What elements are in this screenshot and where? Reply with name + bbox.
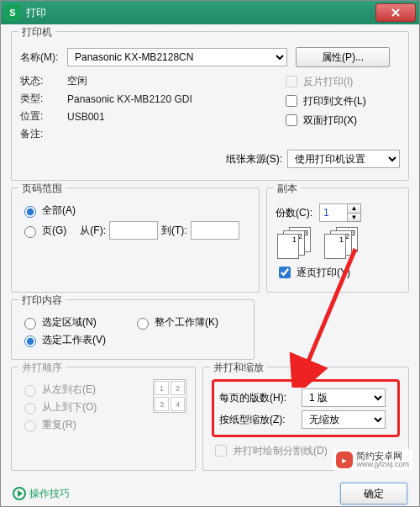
content-sheets-label: 选定工作表(V)	[42, 333, 106, 347]
scale-legend: 并打和缩放	[210, 361, 267, 375]
watermark-line2: www.jylzwj.com	[356, 461, 409, 469]
copies-legend: 副本	[274, 182, 301, 196]
order-rep-label: 重复(R)	[42, 418, 76, 432]
duplex-checkbox[interactable]	[286, 114, 297, 126]
paper-source-select[interactable]: 使用打印机设置	[287, 150, 400, 168]
zoom-select[interactable]: 无缩放	[302, 410, 386, 429]
order-rep-radio	[24, 420, 36, 432]
reverse-label: 反片打印(I)	[303, 75, 353, 89]
print-order-legend: 并打顺序	[18, 361, 66, 375]
order-lr-label: 从左到右(E)	[42, 383, 96, 397]
titlebar: S 打印	[1, 1, 419, 24]
order-preview-icon: 1234	[153, 379, 186, 413]
ok-button[interactable]: 确定	[340, 483, 407, 504]
printer-name-select[interactable]: Panasonic KX-MB2128CN	[67, 48, 287, 66]
properties-button[interactable]: 属性(P)...	[296, 47, 390, 67]
order-td-radio	[24, 403, 36, 415]
print-content-legend: 打印内容	[18, 293, 66, 308]
tips-play-icon	[13, 487, 26, 500]
where-label: 位置:	[20, 109, 67, 124]
window-title: 打印	[26, 6, 375, 20]
reverse-checkbox	[286, 76, 297, 87]
app-icon: S	[4, 4, 21, 21]
to-label: 到(T):	[161, 224, 187, 238]
content-selection-label: 选定区域(N)	[42, 315, 97, 330]
copies-group: 副本 份数(C): ▲▼ 321 321 逐页打印(Y)	[266, 187, 409, 293]
print-order-group: 并打顺序 从左到右(E) 从上到下(O) 重复(R) 1234	[11, 367, 196, 471]
watermark-icon: ▸	[336, 452, 353, 468]
order-lr-radio	[24, 385, 36, 397]
to-file-checkbox[interactable]	[286, 95, 297, 107]
order-td-label: 从上到下(O)	[42, 400, 97, 415]
close-button[interactable]	[375, 3, 416, 22]
draw-lines-checkbox	[215, 445, 227, 457]
to-input[interactable]	[191, 221, 239, 240]
per-page-label: 每页的版数(H):	[219, 391, 302, 405]
close-icon	[391, 8, 401, 18]
status-label: 状态:	[20, 74, 67, 88]
duplex-label: 双面打印(X)	[303, 114, 357, 128]
type-value: Panasonic KX-MB2120 GDI	[67, 93, 192, 105]
content-workbook-radio[interactable]	[137, 318, 149, 330]
draw-lines-label: 并打时绘制分割线(D)	[233, 444, 328, 458]
from-label: 从(F):	[80, 224, 106, 238]
range-pages-radio[interactable]	[24, 226, 36, 238]
to-file-label: 打印到文件(L)	[303, 94, 366, 108]
source-label: 纸张来源(S):	[226, 152, 282, 166]
from-input[interactable]	[109, 221, 158, 240]
collate-checkbox[interactable]	[279, 267, 291, 278]
where-value: USB001	[67, 111, 105, 123]
print-content-group: 打印内容 选定区域(N) 选定工作表(V) 整个工作簿(K)	[11, 299, 255, 360]
printer-group: 打印机 名称(M): Panasonic KX-MB2128CN 属性(P)..…	[11, 31, 409, 181]
tips-link[interactable]: 操作技巧	[29, 487, 70, 501]
watermark: ▸ 简约安卓网 www.jylzwj.com	[333, 449, 412, 471]
copies-spinner[interactable]: ▲▼	[348, 203, 361, 222]
range-pages-label: 页(G)	[42, 224, 66, 238]
content-sheets-radio[interactable]	[24, 335, 36, 347]
comment-label: 备注:	[20, 127, 67, 141]
content-workbook-label: 整个工作簿(K)	[155, 315, 218, 330]
collate-label: 逐页打印(Y)	[297, 266, 350, 280]
zoom-label: 按纸型缩放(Z):	[219, 413, 302, 427]
type-label: 类型:	[20, 92, 67, 106]
page-range-group: 页码范围 全部(A) 页(G) 从(F): 到(T):	[11, 187, 260, 293]
copies-num-label: 份数(C):	[276, 206, 312, 220]
range-all-label: 全部(A)	[42, 203, 76, 218]
copies-input[interactable]	[319, 203, 348, 222]
per-page-select[interactable]: 1 版	[302, 388, 386, 407]
status-value: 空闲	[67, 74, 87, 88]
printer-legend: 打印机	[18, 25, 55, 40]
collate-illustration: 321 321	[277, 227, 400, 257]
highlight-annotation: 每页的版数(H): 1 版 按纸型缩放(Z): 无缩放	[212, 379, 400, 437]
content-selection-radio[interactable]	[24, 318, 36, 330]
page-range-legend: 页码范围	[18, 182, 66, 196]
range-all-radio[interactable]	[24, 206, 36, 218]
name-label: 名称(M):	[20, 50, 67, 65]
